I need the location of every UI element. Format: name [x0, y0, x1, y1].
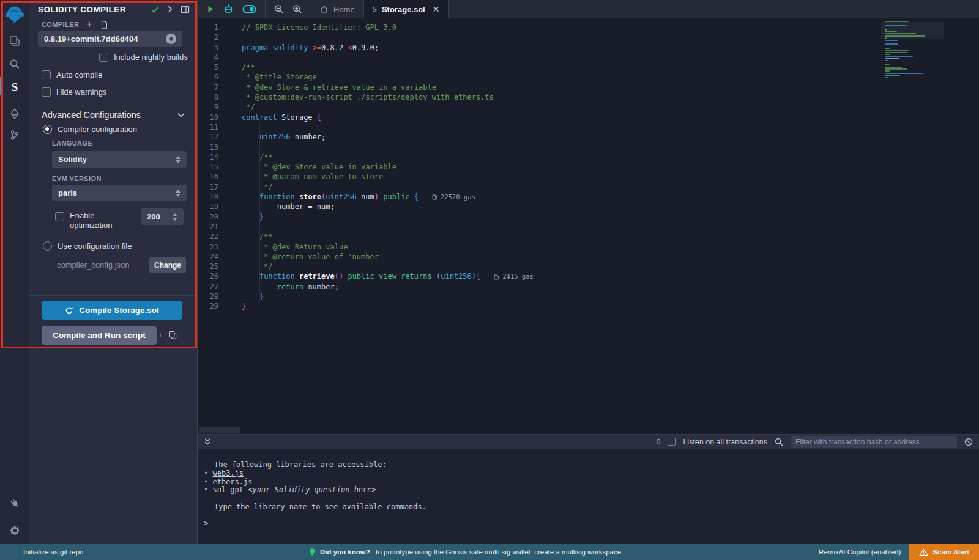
- code-line: 17 */: [198, 182, 979, 192]
- code-line: 1// SPDX-License-Identifier: GPL-3.0: [198, 23, 979, 32]
- hide-warnings-label: Hide warnings: [56, 87, 106, 97]
- code-line: 5/**: [198, 62, 979, 72]
- pin-panel-icon[interactable]: [181, 5, 190, 14]
- enable-optimization-checkbox[interactable]: [55, 212, 64, 221]
- main-area: Home S Storage.sol ✕ 1// SPDX-License-Id…: [197, 0, 979, 544]
- gas-estimate: 2415 gas: [494, 271, 534, 281]
- compile-button[interactable]: Compile Storage.sol: [42, 301, 182, 320]
- optimization-runs-value: 200: [147, 212, 173, 221]
- use-configuration-file-radio[interactable]: [43, 241, 52, 251]
- chevron-right-icon[interactable]: [168, 6, 173, 13]
- warning-triangle-icon: [919, 548, 928, 556]
- deploy-run-icon[interactable]: [0, 104, 29, 123]
- code-line: 13: [198, 142, 979, 152]
- compile-and-run-button[interactable]: Compile and Run script: [42, 326, 157, 345]
- version-stepper-icon: [166, 34, 176, 44]
- evm-version-value: paris: [58, 188, 176, 197]
- remixai-robot-icon[interactable]: [223, 4, 234, 14]
- code-line: 10contract Storage {: [198, 112, 979, 122]
- hide-warnings-checkbox[interactable]: [42, 87, 51, 97]
- nightly-builds-label: Include nightly builds: [114, 53, 188, 62]
- minimap-viewport: [881, 22, 944, 39]
- panel-header: SOLIDITY COMPILER: [29, 0, 197, 18]
- nightly-builds-checkbox[interactable]: [99, 53, 108, 62]
- expand-terminal-icon[interactable]: [204, 438, 211, 446]
- compiler-version-select[interactable]: 0.8.19+commit.7dd6d404: [38, 31, 182, 47]
- minimap[interactable]: [885, 21, 940, 81]
- did-you-know-text: To prototype using the Gnosis safe multi…: [374, 548, 624, 556]
- language-select[interactable]: Solidity: [52, 151, 187, 168]
- solidity-compiler-panel: SOLIDITY COMPILER COMPILER + 0.8.19+comm…: [29, 0, 197, 544]
- copilot-status[interactable]: RemixAI Copilot (enabled): [819, 548, 901, 556]
- add-compiler-icon[interactable]: +: [86, 19, 92, 30]
- auto-compile-label: Auto compile: [56, 70, 102, 79]
- code-line: 4: [198, 53, 979, 62]
- lightbulb-icon: [309, 548, 316, 557]
- panel-title: SOLIDITY COMPILER: [38, 5, 126, 14]
- info-icon[interactable]: i: [159, 330, 162, 340]
- zoom-in-icon[interactable]: [292, 4, 302, 14]
- language-stepper-icon: [176, 156, 181, 163]
- terminal-output: The following libraries are accessible:•…: [198, 449, 979, 512]
- terminal-toolbar: 0 Listen on all transactions: [198, 434, 979, 449]
- transaction-count: 0: [657, 438, 661, 446]
- optimization-runs-input[interactable]: 200: [141, 208, 184, 225]
- compiler-version-value: 0.8.19+commit.7dd6d404: [44, 34, 166, 43]
- auto-compile-checkbox[interactable]: [42, 70, 51, 79]
- close-tab-icon[interactable]: ✕: [433, 4, 440, 14]
- remix-logo[interactable]: [0, 4, 29, 26]
- terminal-link[interactable]: web3.js: [212, 469, 244, 477]
- workspaces-icon[interactable]: [0, 31, 29, 51]
- code-line: 20 }: [198, 212, 979, 222]
- code-lines: 1// SPDX-License-Identifier: GPL-3.023pr…: [198, 23, 979, 312]
- home-icon: [320, 5, 329, 13]
- code-line: 12 uint256 number;: [198, 132, 979, 142]
- settings-icon[interactable]: [0, 521, 29, 540]
- change-config-button[interactable]: Change: [149, 257, 186, 273]
- code-editor[interactable]: 1// SPDX-License-Identifier: GPL-3.023pr…: [198, 18, 979, 434]
- evm-stepper-icon: [176, 190, 181, 197]
- code-line: 6 * @title Storage: [198, 72, 979, 82]
- compiler-configuration-radio[interactable]: [43, 125, 52, 134]
- code-line: 9 */: [198, 102, 979, 112]
- code-line: 11: [198, 122, 979, 132]
- terminal-link[interactable]: ethers.js: [212, 477, 252, 486]
- git-icon[interactable]: [0, 125, 29, 145]
- code-line: 2: [198, 32, 979, 42]
- advanced-configurations-title[interactable]: Advanced Configurations: [42, 110, 141, 120]
- status-bar: Initialize as git repo Did you know? To …: [0, 544, 979, 560]
- runs-stepper-icon: [173, 213, 177, 221]
- code-line: 29}: [198, 301, 979, 311]
- zoom-out-icon[interactable]: [274, 4, 284, 14]
- git-init-status[interactable]: Initialize as git repo: [23, 548, 83, 556]
- copilot-toggle-icon[interactable]: [242, 5, 256, 13]
- code-line: 24 * @return value of 'number': [198, 252, 979, 262]
- compiler-label: COMPILER: [42, 21, 79, 28]
- run-script-play-icon[interactable]: [206, 5, 215, 13]
- code-line: 19 number = num;: [198, 202, 979, 212]
- tab-storage-sol[interactable]: S Storage.sol ✕: [364, 0, 449, 18]
- refresh-icon: [65, 306, 73, 315]
- remix-ide-window: S SOLIDITY COMPILER COMPILER +: [0, 0, 979, 560]
- open-file-icon[interactable]: [100, 20, 108, 29]
- copy-icon[interactable]: [169, 331, 177, 339]
- chevron-down-icon[interactable]: [177, 112, 185, 117]
- listen-transactions-checkbox[interactable]: [668, 438, 676, 446]
- clear-console-icon[interactable]: [964, 438, 973, 446]
- code-line: 21: [198, 222, 979, 232]
- code-line: 22 /**: [198, 232, 979, 241]
- terminal-search-icon[interactable]: [775, 438, 783, 446]
- transaction-filter-input[interactable]: [791, 436, 957, 448]
- horizontal-scrollbar[interactable]: [199, 427, 240, 433]
- terminal[interactable]: The following libraries are accessible:•…: [198, 449, 979, 544]
- terminal-prompt[interactable]: >: [204, 519, 208, 528]
- solidity-compiler-icon[interactable]: S: [0, 78, 29, 97]
- plugin-manager-icon[interactable]: [0, 493, 29, 513]
- scam-alert-badge[interactable]: Scam Alert: [909, 544, 979, 560]
- code-line: 16 * @param num value to store: [198, 172, 979, 182]
- gas-estimate: 22520 gas: [432, 192, 475, 202]
- code-line: 7 * @dev Store & retrieve value in a var…: [198, 83, 979, 92]
- evm-version-select[interactable]: paris: [52, 185, 187, 201]
- tab-home[interactable]: Home: [311, 0, 364, 18]
- search-icon[interactable]: [0, 54, 29, 74]
